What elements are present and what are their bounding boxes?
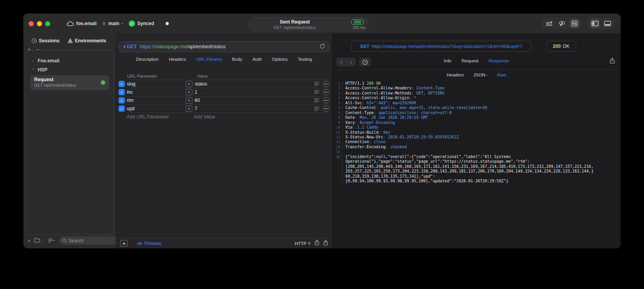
export-button[interactable] <box>314 240 319 247</box>
drag-handle-icon[interactable] <box>314 90 320 94</box>
status-dot-icon <box>101 80 105 85</box>
new-folder-button[interactable] <box>34 237 40 244</box>
param-value-input[interactable]: 60 <box>195 98 200 103</box>
remove-session-button[interactable]: − <box>36 46 39 53</box>
flow-button[interactable] <box>557 19 567 28</box>
request-url[interactable]: https://statuspage.me/api/embed/status <box>140 44 226 49</box>
add-session-button[interactable]: + <box>27 46 31 53</box>
app-window: foe.email main › ✓ Synced Sent Request G… <box>24 14 620 248</box>
subtab-raw[interactable]: Raw <box>497 73 506 77</box>
add-param-row: Add URL ParameterAdd Value <box>116 113 332 121</box>
request-tabs: DescriptionHeadersURL ParamsBodyAuthOpti… <box>116 57 332 62</box>
param-checkbox[interactable]: ✓ <box>119 97 125 104</box>
subtab-json[interactable]: JSON› <box>473 73 488 77</box>
tab-headers[interactable]: Headers <box>169 57 186 62</box>
param-name-input[interactable]: slug <box>127 81 186 87</box>
send-receive-button[interactable] <box>569 19 580 28</box>
param-checkbox[interactable]: ✓ <box>119 81 125 87</box>
list-arrow-up-icon <box>546 21 553 26</box>
param-name-input[interactable]: rtm <box>127 98 186 103</box>
search-input[interactable]: Search <box>59 236 120 245</box>
response-body[interactable]: 1HTTP/1.1 200 OK2Access-Control-Allow-He… <box>332 81 620 184</box>
param-checkbox[interactable]: ✓ <box>119 105 125 112</box>
triangle-up-icon <box>122 242 126 244</box>
response-status-box: 200 OK <box>546 41 576 52</box>
param-value-input[interactable]: 1 <box>195 89 197 95</box>
toggle-sidebar-button[interactable] <box>590 19 600 28</box>
send-request-button[interactable] <box>319 44 325 50</box>
line-number: 5 <box>332 101 343 105</box>
subtab-headers[interactable]: Headers <box>447 73 463 77</box>
method-popup-icon[interactable] <box>123 45 126 49</box>
share-icon <box>609 58 615 64</box>
activity-pill[interactable]: Sent Request GET /api/embed/status 200 2… <box>248 17 369 31</box>
unsaved-indicator-icon <box>166 22 169 25</box>
share-response-button[interactable] <box>609 58 615 65</box>
tab-testing[interactable]: Testing <box>298 57 312 62</box>
toolbar-group-left <box>541 18 583 29</box>
synced-check-icon: ✓ <box>129 20 135 27</box>
chevron-down-icon: › <box>31 68 36 71</box>
toggle-console-button[interactable] <box>120 240 128 247</box>
tab-sessions[interactable]: Sessions <box>31 38 60 44</box>
drag-handle-icon[interactable] <box>314 82 320 86</box>
toggle-bottom-panel-button[interactable] <box>602 19 613 28</box>
protocol-selector[interactable]: HTTP <box>295 241 310 246</box>
tab-url-params[interactable]: URL Params <box>196 57 222 62</box>
tab-body[interactable]: Body <box>232 57 242 62</box>
refresh-icon <box>319 44 325 49</box>
preview-label: Preview <box>144 241 161 246</box>
response-subtabs: HeadersJSON›Raw <box>332 73 620 77</box>
code-line: 13Connection: close <box>332 140 620 144</box>
tab-info[interactable]: Info <box>444 58 451 63</box>
code-line: 9Vary: Accept-Encoding <box>332 120 620 125</box>
request-list-item[interactable]: Request GET /api/embed/status <box>30 75 109 90</box>
request-url-bar[interactable]: GET https://statuspage.me/api/embed/stat… <box>119 41 329 52</box>
subtab-label: Headers <box>447 73 463 77</box>
remove-param-button[interactable] <box>323 97 329 104</box>
add-param-value-input[interactable]: Add Value <box>194 114 215 120</box>
lock-button[interactable] <box>323 240 328 247</box>
line-number: 8 <box>332 115 343 120</box>
add-param-name-input[interactable]: Add URL Parameter <box>127 114 194 120</box>
line-number: 14 <box>332 145 343 149</box>
tab-request[interactable]: Request <box>462 58 478 63</box>
line-number: 9 <box>332 120 343 125</box>
tab-environments[interactable]: Environments <box>68 38 106 44</box>
sync-status[interactable]: ✓ Synced <box>129 20 154 27</box>
method-label[interactable]: GET <box>127 44 137 49</box>
drag-handle-icon[interactable] <box>314 107 320 111</box>
import-export-button[interactable] <box>544 19 555 28</box>
sidebar: Sessions Environments + − › Foe.email <box>24 33 116 248</box>
tree-group-hsp[interactable]: › HSP <box>30 65 109 74</box>
close-window-button[interactable] <box>29 21 34 26</box>
param-value-input[interactable]: 7 <box>195 106 197 111</box>
tree-group-foe-email[interactable]: › Foe.email <box>30 56 109 65</box>
code-line: 11X-Status-Build: dev <box>332 130 620 135</box>
tab-description[interactable]: Description <box>136 57 159 62</box>
param-checkbox[interactable]: ✓ <box>119 89 125 95</box>
remove-param-button[interactable] <box>323 81 329 87</box>
add-request-button[interactable]: + <box>27 238 31 244</box>
display-options-button[interactable]: › <box>48 238 55 243</box>
branch-selector[interactable]: main › <box>102 20 123 27</box>
tab-auth[interactable]: Auth <box>252 57 262 62</box>
sessions-label: Sessions <box>39 38 60 44</box>
code-line: 3Access-Control-Allow-Methods: GET, OPTI… <box>332 91 620 96</box>
param-row: ✓slug=status <box>116 80 332 88</box>
remove-param-button[interactable] <box>323 105 329 112</box>
remove-param-button[interactable] <box>323 89 329 95</box>
param-name-input[interactable]: upd <box>127 106 186 111</box>
cloud-project-button[interactable]: foe.email <box>67 21 97 26</box>
minimize-window-button[interactable] <box>37 21 42 26</box>
preview-button[interactable]: </> Preview <box>137 241 161 246</box>
tab-options[interactable]: Options <box>272 57 288 62</box>
param-row: ✓rtm=60 <box>116 96 332 104</box>
drag-handle-icon[interactable] <box>314 98 320 102</box>
param-value-input[interactable]: status <box>195 81 207 87</box>
sent-request-url[interactable]: GET https://statuspage.me/api/embed/stat… <box>351 41 531 52</box>
zoom-window-button[interactable] <box>45 21 50 26</box>
checkbox-placeholder <box>119 114 125 120</box>
tab-response[interactable]: Response <box>489 58 509 63</box>
param-name-input[interactable]: inc <box>127 89 186 95</box>
